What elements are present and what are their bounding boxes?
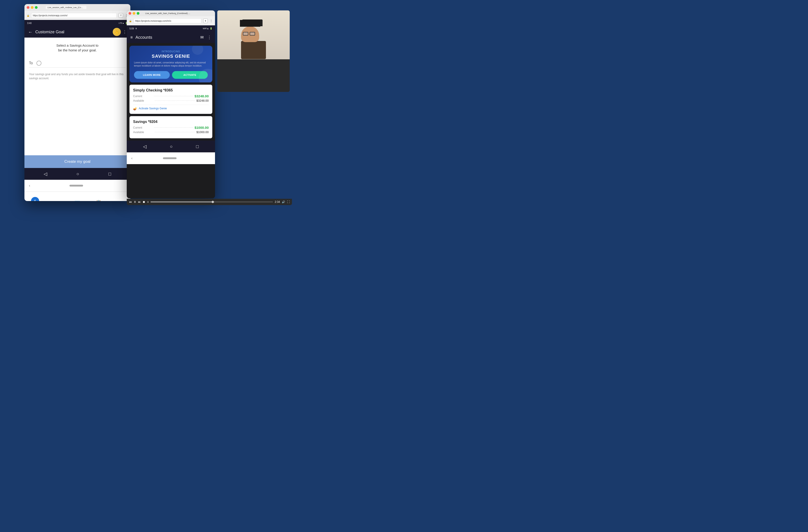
select-account-text: Select a Savings Account to be the home … [29,43,126,53]
account-radio[interactable] [36,61,41,66]
content-spacer [29,80,126,108]
right-android-recents-icon[interactable]: □ [196,144,199,149]
activate-genie-text: Activate Savings Genie [139,107,167,110]
right-signal-icon: WiFi▲ [203,27,209,30]
create-goal-button[interactable]: Create my goal [24,155,130,168]
right-url-bar[interactable]: https://projects.invisionapp.com/m/s: [133,18,201,23]
right-volume-icon[interactable]: 🔊 [282,200,285,203]
right-list-icon[interactable]: ≡ [147,200,149,203]
to-label: To [29,61,33,65]
accounts-icon: $ [31,197,39,201]
lock-icon: 🔒 [27,14,30,17]
minimize-button[interactable] [31,6,34,9]
simply-checking-card: Simply Checking *8365 Current $3248.00 A… [129,85,212,114]
left-app-header: ← Customize Goal 👆 ⋮ [24,26,130,38]
savings-genie-card: INTRODUCING SAVINGS GENIE Lorem ipsum do… [129,46,212,82]
android-home-icon[interactable]: ○ [76,171,79,177]
right-lens [250,32,255,36]
right-timestamp: 2:34 [275,200,280,203]
person-representation [241,19,266,59]
webcam-background-dark [217,59,290,92]
right-time: 5:09 [129,27,134,30]
activate-genie-link[interactable]: 🪔 Activate Savings Genie [133,105,209,110]
tab-accounts[interactable]: $ Accounts [24,197,46,201]
right-tab-badge[interactable]: 6 [203,19,208,23]
signal-icon: LTE▲ [118,22,124,24]
right-maximize-button[interactable] [137,12,140,15]
person-face [241,26,259,42]
transfers-icon: ⇄ [54,200,58,201]
right-gesture-back-icon[interactable]: ‹ [131,156,132,160]
bottom-tab-bar: $ Accounts ⇄ Transfers 📧 Bill Pay 📋 Chec… [24,191,130,201]
left-browser-bar: 🔒 https://projects.invisionapp.com/m/ 7 … [24,11,130,20]
right-android-nav: ◁ ○ □ [127,141,215,152]
right-title-bar: Live_session_with_Sam_Fanburg_(Combined)… [127,11,215,16]
right-minimize-button[interactable] [133,12,135,15]
available-dots-checking [154,100,195,101]
genie-bubble-2 [192,46,203,55]
glasses [243,32,255,36]
left-url-bar[interactable]: https://projects.invisionapp.com/m/ [31,13,117,18]
available-label-checking: Available [133,99,153,102]
right-header-dots[interactable]: ⋮ [207,35,212,40]
current-row-savings: Current $1000.00 [133,126,209,129]
tab-check-deposit[interactable]: 📋 Check Deposit [88,200,109,201]
left-gesture-bar: ‹ [24,180,130,191]
right-gesture-pill [163,157,177,159]
current-label-savings: Current [133,126,152,129]
simply-checking-name: Simply Checking *8365 [133,88,209,92]
hat-top [240,20,260,27]
right-progress-thumb[interactable] [212,201,214,203]
webcam-window [217,11,290,92]
available-label-savings: Available [133,131,153,134]
right-battery-icon: 🔋 [210,27,212,30]
hamburger-icon[interactable]: ≡ [130,35,133,40]
right-progress-bar[interactable] [150,201,273,202]
right-play-icon[interactable]: ⏸ [133,200,136,203]
right-lock-icon: 🔒 [129,20,132,22]
pause-icon: ⏸ [135,27,137,30]
right-stop-icon[interactable]: ⏹ [143,200,145,203]
genie-bubble-1 [199,69,212,82]
bill-pay-icon: 📧 [74,200,80,201]
available-row-checking: Available $3248.00 [133,99,209,102]
left-time: 3:40 [27,22,32,24]
android-back-icon[interactable]: ◁ [44,171,47,177]
right-phone-window: Live_session_with_Sam_Fanburg_(Combined)… [127,11,215,198]
right-android-back-icon[interactable]: ◁ [143,144,146,149]
header-dots-icon[interactable]: ⋮ [123,30,127,34]
right-android-home-icon[interactable]: ○ [170,144,172,149]
learn-more-button[interactable]: LEARN MORE [134,71,170,79]
right-fullscreen-icon[interactable]: ⛶ [287,200,290,203]
envelope-icon[interactable]: ✉ [200,35,204,40]
gesture-pill [70,185,83,186]
left-title-bar: Live_session_with_Andrew_Lee_(Combined).… [24,4,130,11]
left-app-content: Select a Savings Account to be the home … [24,38,130,155]
left-status-bar: 3:40 LTE▲ 🔋 [24,20,130,26]
left-header-title: Customize Goal [35,30,113,34]
current-dots-savings [154,127,193,128]
left-tab-badge[interactable]: 7 [118,13,123,18]
genie-lamp-icon: 🪔 [133,107,137,110]
back-arrow-icon[interactable]: ← [28,30,33,35]
savings-description: Your savings goal and any funds you set … [29,72,126,80]
right-skip-back-icon[interactable]: ⏮ [129,200,132,203]
current-value-savings: $1000.00 [195,126,209,129]
close-button[interactable] [27,6,30,9]
to-row: To [29,59,126,68]
current-label-checking: Current [133,95,152,98]
savings-card: Savings *9204 Current $1000.00 Available… [129,116,212,138]
right-browser-dots[interactable]: ⋮ [209,19,213,23]
gesture-back-icon[interactable]: ‹ [29,184,30,188]
person-body [241,41,266,59]
window-tab-title: Live_session_with_Andrew_Lee_(Combined).… [46,6,87,9]
tab-transfers[interactable]: ⇄ Transfers [46,200,67,201]
android-recents-icon[interactable]: □ [108,171,111,177]
right-progress-fill [150,201,214,202]
right-close-button[interactable] [129,12,131,15]
available-row-savings: Available $1000.00 [133,130,209,134]
maximize-button[interactable] [35,6,38,9]
tab-bill-pay[interactable]: 📧 Bill Pay [67,200,88,201]
right-skip-fwd-icon[interactable]: ⏭ [138,200,141,203]
savings-name: Savings *9204 [133,120,209,124]
